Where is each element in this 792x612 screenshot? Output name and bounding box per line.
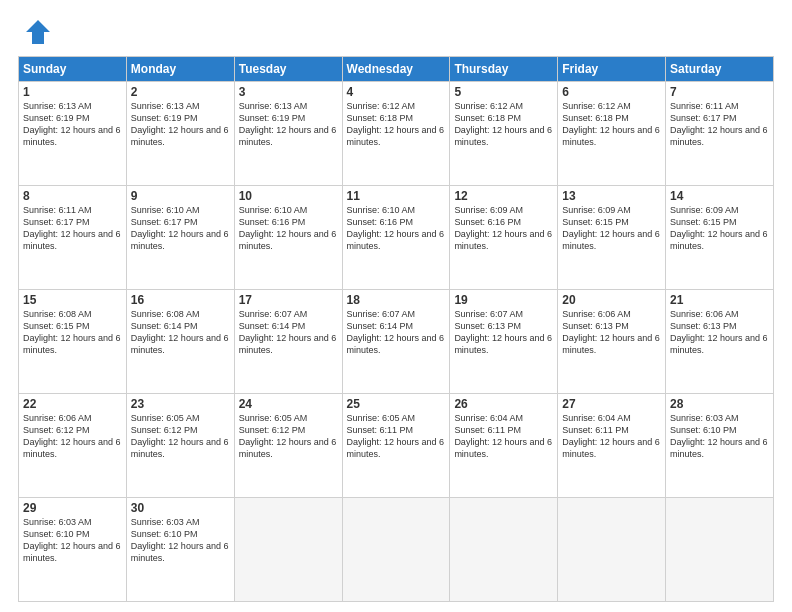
day-cell-8: 8Sunrise: 6:11 AMSunset: 6:17 PMDaylight…	[19, 186, 127, 290]
day-number: 26	[454, 397, 553, 411]
day-cell-13: 13Sunrise: 6:09 AMSunset: 6:15 PMDayligh…	[558, 186, 666, 290]
weekday-header-thursday: Thursday	[450, 57, 558, 82]
weekday-header-sunday: Sunday	[19, 57, 127, 82]
day-info: Sunrise: 6:07 AMSunset: 6:14 PMDaylight:…	[239, 309, 337, 355]
day-number: 24	[239, 397, 338, 411]
day-number: 19	[454, 293, 553, 307]
day-info: Sunrise: 6:08 AMSunset: 6:14 PMDaylight:…	[131, 309, 229, 355]
day-info: Sunrise: 6:10 AMSunset: 6:17 PMDaylight:…	[131, 205, 229, 251]
page: SundayMondayTuesdayWednesdayThursdayFrid…	[0, 0, 792, 612]
day-info: Sunrise: 6:12 AMSunset: 6:18 PMDaylight:…	[347, 101, 445, 147]
day-number: 5	[454, 85, 553, 99]
day-number: 25	[347, 397, 446, 411]
day-info: Sunrise: 6:08 AMSunset: 6:15 PMDaylight:…	[23, 309, 121, 355]
day-info: Sunrise: 6:06 AMSunset: 6:13 PMDaylight:…	[562, 309, 660, 355]
day-info: Sunrise: 6:10 AMSunset: 6:16 PMDaylight:…	[239, 205, 337, 251]
day-cell-22: 22Sunrise: 6:06 AMSunset: 6:12 PMDayligh…	[19, 394, 127, 498]
weekday-header-tuesday: Tuesday	[234, 57, 342, 82]
day-number: 27	[562, 397, 661, 411]
day-info: Sunrise: 6:06 AMSunset: 6:13 PMDaylight:…	[670, 309, 768, 355]
day-number: 30	[131, 501, 230, 515]
day-cell-25: 25Sunrise: 6:05 AMSunset: 6:11 PMDayligh…	[342, 394, 450, 498]
weekday-header-monday: Monday	[126, 57, 234, 82]
day-number: 9	[131, 189, 230, 203]
day-cell-21: 21Sunrise: 6:06 AMSunset: 6:13 PMDayligh…	[666, 290, 774, 394]
day-cell-15: 15Sunrise: 6:08 AMSunset: 6:15 PMDayligh…	[19, 290, 127, 394]
day-cell-10: 10Sunrise: 6:10 AMSunset: 6:16 PMDayligh…	[234, 186, 342, 290]
day-cell-30: 30Sunrise: 6:03 AMSunset: 6:10 PMDayligh…	[126, 498, 234, 602]
day-number: 13	[562, 189, 661, 203]
svg-marker-0	[26, 20, 50, 44]
day-cell-12: 12Sunrise: 6:09 AMSunset: 6:16 PMDayligh…	[450, 186, 558, 290]
day-number: 2	[131, 85, 230, 99]
day-number: 8	[23, 189, 122, 203]
day-cell-24: 24Sunrise: 6:05 AMSunset: 6:12 PMDayligh…	[234, 394, 342, 498]
day-cell-14: 14Sunrise: 6:09 AMSunset: 6:15 PMDayligh…	[666, 186, 774, 290]
day-info: Sunrise: 6:13 AMSunset: 6:19 PMDaylight:…	[23, 101, 121, 147]
day-info: Sunrise: 6:10 AMSunset: 6:16 PMDaylight:…	[347, 205, 445, 251]
day-info: Sunrise: 6:12 AMSunset: 6:18 PMDaylight:…	[454, 101, 552, 147]
logo-icon	[24, 18, 52, 46]
day-info: Sunrise: 6:12 AMSunset: 6:18 PMDaylight:…	[562, 101, 660, 147]
day-number: 20	[562, 293, 661, 307]
day-info: Sunrise: 6:05 AMSunset: 6:12 PMDaylight:…	[131, 413, 229, 459]
day-info: Sunrise: 6:11 AMSunset: 6:17 PMDaylight:…	[670, 101, 768, 147]
day-info: Sunrise: 6:05 AMSunset: 6:12 PMDaylight:…	[239, 413, 337, 459]
day-info: Sunrise: 6:09 AMSunset: 6:16 PMDaylight:…	[454, 205, 552, 251]
day-number: 17	[239, 293, 338, 307]
day-info: Sunrise: 6:09 AMSunset: 6:15 PMDaylight:…	[670, 205, 768, 251]
day-info: Sunrise: 6:11 AMSunset: 6:17 PMDaylight:…	[23, 205, 121, 251]
day-number: 1	[23, 85, 122, 99]
day-cell-11: 11Sunrise: 6:10 AMSunset: 6:16 PMDayligh…	[342, 186, 450, 290]
day-cell-28: 28Sunrise: 6:03 AMSunset: 6:10 PMDayligh…	[666, 394, 774, 498]
empty-cell	[558, 498, 666, 602]
day-number: 4	[347, 85, 446, 99]
day-number: 28	[670, 397, 769, 411]
day-info: Sunrise: 6:04 AMSunset: 6:11 PMDaylight:…	[562, 413, 660, 459]
calendar-week-4: 22Sunrise: 6:06 AMSunset: 6:12 PMDayligh…	[19, 394, 774, 498]
day-cell-16: 16Sunrise: 6:08 AMSunset: 6:14 PMDayligh…	[126, 290, 234, 394]
day-cell-6: 6Sunrise: 6:12 AMSunset: 6:18 PMDaylight…	[558, 82, 666, 186]
day-number: 22	[23, 397, 122, 411]
day-cell-26: 26Sunrise: 6:04 AMSunset: 6:11 PMDayligh…	[450, 394, 558, 498]
day-cell-17: 17Sunrise: 6:07 AMSunset: 6:14 PMDayligh…	[234, 290, 342, 394]
empty-cell	[342, 498, 450, 602]
calendar-week-5: 29Sunrise: 6:03 AMSunset: 6:10 PMDayligh…	[19, 498, 774, 602]
day-number: 21	[670, 293, 769, 307]
weekday-header-row: SundayMondayTuesdayWednesdayThursdayFrid…	[19, 57, 774, 82]
day-number: 7	[670, 85, 769, 99]
calendar-table: SundayMondayTuesdayWednesdayThursdayFrid…	[18, 56, 774, 602]
day-cell-4: 4Sunrise: 6:12 AMSunset: 6:18 PMDaylight…	[342, 82, 450, 186]
day-number: 29	[23, 501, 122, 515]
day-info: Sunrise: 6:03 AMSunset: 6:10 PMDaylight:…	[23, 517, 121, 563]
day-cell-18: 18Sunrise: 6:07 AMSunset: 6:14 PMDayligh…	[342, 290, 450, 394]
day-info: Sunrise: 6:13 AMSunset: 6:19 PMDaylight:…	[239, 101, 337, 147]
day-number: 6	[562, 85, 661, 99]
empty-cell	[234, 498, 342, 602]
day-number: 12	[454, 189, 553, 203]
day-info: Sunrise: 6:06 AMSunset: 6:12 PMDaylight:…	[23, 413, 121, 459]
calendar-week-3: 15Sunrise: 6:08 AMSunset: 6:15 PMDayligh…	[19, 290, 774, 394]
day-cell-5: 5Sunrise: 6:12 AMSunset: 6:18 PMDaylight…	[450, 82, 558, 186]
empty-cell	[666, 498, 774, 602]
logo	[18, 18, 52, 46]
weekday-header-friday: Friday	[558, 57, 666, 82]
day-cell-1: 1Sunrise: 6:13 AMSunset: 6:19 PMDaylight…	[19, 82, 127, 186]
day-number: 10	[239, 189, 338, 203]
day-cell-29: 29Sunrise: 6:03 AMSunset: 6:10 PMDayligh…	[19, 498, 127, 602]
calendar-week-2: 8Sunrise: 6:11 AMSunset: 6:17 PMDaylight…	[19, 186, 774, 290]
day-number: 15	[23, 293, 122, 307]
day-cell-19: 19Sunrise: 6:07 AMSunset: 6:13 PMDayligh…	[450, 290, 558, 394]
day-number: 3	[239, 85, 338, 99]
day-info: Sunrise: 6:03 AMSunset: 6:10 PMDaylight:…	[131, 517, 229, 563]
day-number: 11	[347, 189, 446, 203]
day-info: Sunrise: 6:05 AMSunset: 6:11 PMDaylight:…	[347, 413, 445, 459]
day-cell-7: 7Sunrise: 6:11 AMSunset: 6:17 PMDaylight…	[666, 82, 774, 186]
day-number: 18	[347, 293, 446, 307]
day-info: Sunrise: 6:09 AMSunset: 6:15 PMDaylight:…	[562, 205, 660, 251]
day-info: Sunrise: 6:13 AMSunset: 6:19 PMDaylight:…	[131, 101, 229, 147]
day-info: Sunrise: 6:07 AMSunset: 6:14 PMDaylight:…	[347, 309, 445, 355]
day-info: Sunrise: 6:04 AMSunset: 6:11 PMDaylight:…	[454, 413, 552, 459]
day-cell-20: 20Sunrise: 6:06 AMSunset: 6:13 PMDayligh…	[558, 290, 666, 394]
day-cell-9: 9Sunrise: 6:10 AMSunset: 6:17 PMDaylight…	[126, 186, 234, 290]
